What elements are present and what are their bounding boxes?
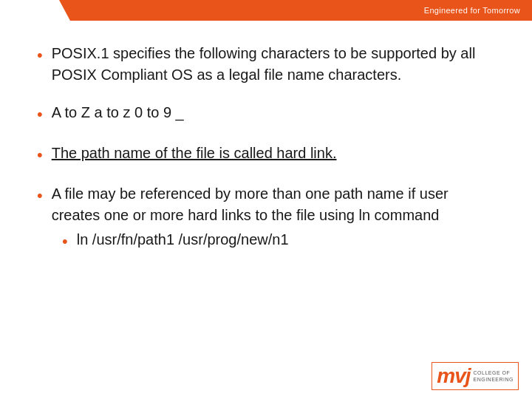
list-item-group: • A file may be referenced by more than … (37, 183, 495, 253)
list-item: • The path name of the file is called ha… (37, 143, 495, 167)
bullet-icon: • (62, 231, 68, 253)
list-item: • A to Z a to z 0 to 9 _ (37, 102, 495, 126)
list-item: • ln /usr/fn/path1 /usr/prog/new/n1 (37, 229, 495, 253)
sub-bullet-text: ln /usr/fn/path1 /usr/prog/new/n1 (77, 229, 289, 250)
logo-line1: COLLEGE OF (473, 369, 510, 376)
logo-description: COLLEGE OF ENGINEERING (473, 369, 514, 383)
bullet-text: POSIX.1 specifies the following characte… (52, 43, 495, 86)
bullet-icon: • (37, 185, 43, 208)
tagline: Engineered for Tomorrow (424, 6, 520, 15)
bullet-icon: • (37, 144, 43, 167)
main-content: • POSIX.1 specifies the following charac… (0, 21, 532, 399)
bullet-icon: • (37, 103, 43, 126)
logo-line2: ENGINEERING (473, 376, 514, 383)
logo-container: mvj COLLEGE OF ENGINEERING (432, 362, 519, 390)
bullet-icon: • (37, 44, 43, 67)
bullet-text: A file may be referenced by more than on… (52, 183, 495, 226)
bullet-text: A to Z a to z 0 to 9 _ (52, 102, 184, 123)
list-item: • POSIX.1 specifies the following charac… (37, 43, 495, 86)
logo-area: mvj COLLEGE OF ENGINEERING (432, 362, 519, 390)
list-item: • A file may be referenced by more than … (37, 183, 495, 226)
bullet-text: The path name of the file is called hard… (52, 143, 337, 164)
logo-text: mvj (437, 366, 470, 386)
notch-decoration (0, 0, 89, 21)
top-bar: Engineered for Tomorrow (0, 0, 532, 21)
